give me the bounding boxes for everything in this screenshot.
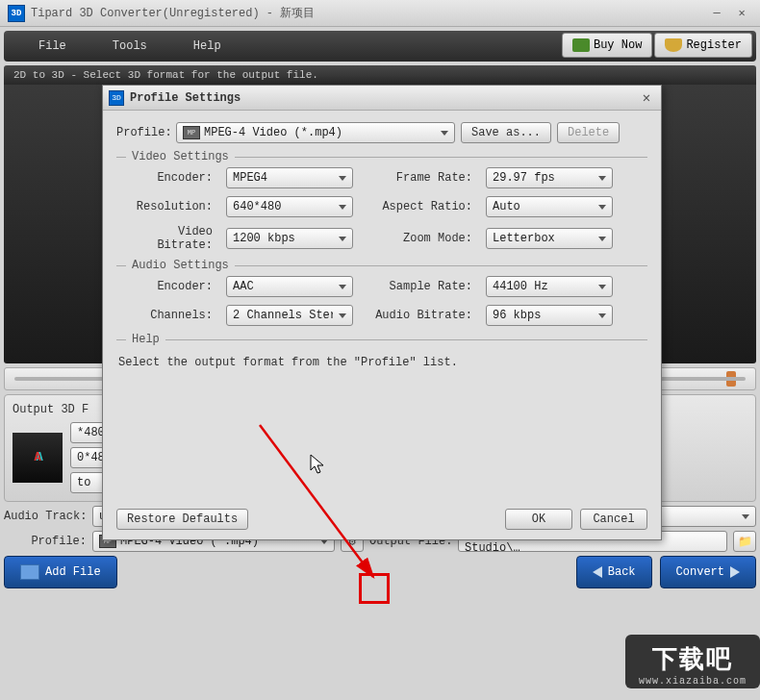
slider-thumb-icon[interactable] (726, 371, 736, 387)
key-icon (665, 38, 682, 52)
audio-track-label: Audio Track: (4, 510, 87, 523)
restore-defaults-button[interactable]: Restore Defaults (116, 509, 248, 530)
chevron-down-icon (339, 313, 346, 318)
audio-settings-legend: Audio Settings (126, 259, 235, 272)
chevron-down-icon (339, 285, 346, 289)
app-logo-icon: 3D (8, 5, 25, 22)
audio-encoder-label: Encoder: (116, 280, 213, 293)
bottom-bar: Add File Back Convert (4, 556, 756, 588)
dialog-title: Profile Settings (130, 91, 638, 105)
chevron-down-icon (742, 514, 749, 519)
delete-button: Delete (557, 122, 620, 143)
mpeg-icon: MP (183, 126, 200, 139)
chevron-down-icon (598, 313, 606, 318)
audio-encoder-dropdown[interactable]: AAC (226, 276, 353, 297)
profile-settings-dialog: 3D Profile Settings ✕ Profile: MPMPEG-4 … (102, 85, 662, 540)
aspect-ratio-label: Aspect Ratio: (367, 200, 472, 213)
chevron-down-icon (598, 205, 606, 210)
dialog-logo-icon: 3D (109, 90, 124, 106)
resolution-dropdown[interactable]: 640*480 (226, 196, 353, 217)
samplerate-dropdown[interactable]: 44100 Hz (486, 276, 613, 297)
folder-icon: 📁 (738, 535, 752, 549)
menu-bar: File Tools Help Buy Now Register (4, 31, 756, 62)
menu-file[interactable]: File (15, 34, 89, 59)
buy-now-label: Buy Now (594, 38, 642, 52)
add-file-icon (20, 564, 39, 580)
close-button[interactable]: ✕ (731, 6, 752, 21)
window-title: Tipard 3D Converter(Unregistered) - 新项目 (31, 5, 702, 21)
hint-bar: 2D to 3D - Select 3D format for the outp… (4, 65, 756, 85)
menu-help[interactable]: Help (170, 34, 244, 59)
audio-bitrate-dropdown[interactable]: 96 kbps (486, 305, 613, 326)
watermark: 下载吧 www.xiazaiba.com (625, 635, 760, 688)
save-as-button[interactable]: Save as... (461, 122, 551, 143)
add-file-button[interactable]: Add File (4, 556, 117, 588)
menu-tools[interactable]: Tools (89, 34, 170, 59)
aspect-ratio-dropdown[interactable]: Auto (486, 196, 613, 217)
register-label: Register (686, 38, 742, 52)
chevron-down-icon (339, 176, 346, 181)
browse-output-button[interactable]: 📁 (733, 531, 756, 552)
dialog-footer: Restore Defaults OK Cancel (116, 509, 647, 530)
minimize-button[interactable]: — (706, 6, 727, 21)
cart-icon (572, 38, 590, 52)
anaglyph-icon[interactable]: A (13, 433, 63, 483)
dialog-body: Profile: MPMPEG-4 Video (*.mp4) Save as.… (103, 111, 661, 387)
arrow-right-icon (730, 566, 740, 578)
chevron-down-icon (598, 176, 606, 181)
dialog-title-bar: 3D Profile Settings ✕ (103, 86, 661, 111)
help-legend: Help (126, 333, 165, 346)
toolbar-right: Buy Now Register (562, 33, 752, 58)
register-button[interactable]: Register (654, 33, 752, 58)
channels-label: Channels: (116, 309, 213, 322)
framerate-dropdown[interactable]: 29.97 fps (486, 167, 613, 188)
chevron-down-icon (339, 205, 346, 210)
dialog-close-button[interactable]: ✕ (638, 90, 655, 106)
video-settings-legend: Video Settings (126, 150, 235, 163)
audio-settings-group: Audio Settings Encoder: AAC Sample Rate:… (116, 265, 647, 326)
video-bitrate-dropdown[interactable]: 1200 kbps (226, 228, 353, 249)
buy-now-button[interactable]: Buy Now (562, 33, 652, 58)
title-bar: 3D Tipard 3D Converter(Unregistered) - 新… (0, 0, 760, 27)
chevron-down-icon (598, 285, 606, 289)
samplerate-label: Sample Rate: (367, 280, 472, 293)
back-button[interactable]: Back (576, 556, 652, 588)
convert-button[interactable]: Convert (660, 556, 756, 588)
video-encoder-dropdown[interactable]: MPEG4 (226, 167, 353, 188)
profile-label: Profile: (4, 535, 87, 548)
cancel-button[interactable]: Cancel (580, 509, 647, 530)
help-text: Select the output format from the "Profi… (116, 350, 647, 375)
cursor-icon (310, 454, 327, 477)
zoom-mode-dropdown[interactable]: Letterbox (486, 228, 613, 249)
chevron-down-icon (598, 237, 606, 241)
watermark-text: 下载吧 (639, 642, 747, 676)
video-encoder-label: Encoder: (116, 171, 213, 185)
channels-dropdown[interactable]: 2 Channels Stereo (226, 305, 353, 326)
framerate-label: Frame Rate: (367, 171, 472, 185)
help-group: Help Select the output format from the "… (116, 339, 647, 375)
watermark-url: www.xiazaiba.com (639, 676, 747, 687)
audio-bitrate-label: Audio Bitrate: (367, 309, 472, 322)
zoom-mode-label: Zoom Mode: (367, 232, 472, 245)
ok-button[interactable]: OK (505, 509, 572, 530)
resolution-label: Resolution: (116, 200, 213, 213)
arrow-left-icon (593, 566, 602, 578)
chevron-down-icon (441, 131, 448, 136)
modal-profile-dropdown[interactable]: MPMPEG-4 Video (*.mp4) (176, 122, 455, 143)
chevron-down-icon (339, 237, 346, 241)
video-bitrate-label: Video Bitrate: (116, 225, 213, 252)
video-settings-group: Video Settings Encoder: MPEG4 Frame Rate… (116, 157, 647, 252)
modal-profile-label: Profile: (116, 126, 170, 139)
